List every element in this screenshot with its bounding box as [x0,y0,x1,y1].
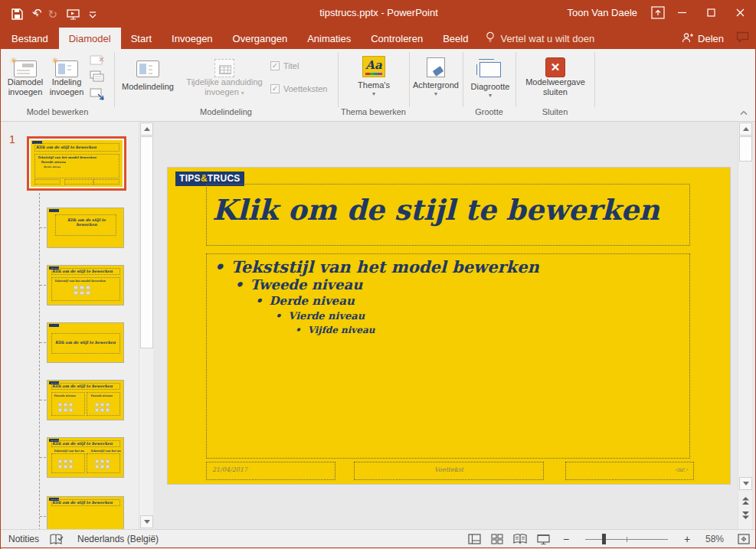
tab-controleren[interactable]: Controleren [361,28,433,49]
close-master-view-label-1: Modelweergave [525,77,585,87]
fit-to-window-icon[interactable] [731,530,756,548]
close-button[interactable] [723,0,756,25]
slide-sorter-view-icon[interactable] [486,530,509,548]
zoom-slider-thumb[interactable] [602,534,606,544]
ribbon-display-options-icon[interactable] [651,6,665,22]
slide-editing-canvas[interactable]: TIPS&TRUCS Klik om de stijl te bewerken … [168,168,730,484]
title-checkbox-label: Titel [283,61,299,70]
group-label-edit-theme: Thema bewerken [338,107,409,119]
slide-size-button[interactable]: Diagrootte ▾ [465,51,515,106]
themes-label: Thema's [358,80,390,90]
slide-master-thumbnail[interactable]: Klik om de stijl te bewerken Tekststijl … [27,136,126,191]
group-label-size: Grootte [463,107,515,119]
insert-layout-icon: ✳ [55,51,78,77]
date-placeholder-text: 21/04/2017 [212,466,247,473]
reading-view-icon[interactable] [509,530,532,548]
insert-slide-master-button[interactable]: ✳ Diamodel invoegen [5,51,45,106]
master-layout-button[interactable]: Modelindeling [117,51,178,106]
share-person-icon [682,32,693,45]
footer-placeholder-text: Voettekst [354,466,544,473]
slide-size-label: Diagrootte [471,82,510,92]
insert-slide-master-icon: ✳ [14,51,37,77]
zoom-out-button[interactable]: − [555,530,578,548]
canvas-scroll-up-icon[interactable] [739,123,752,136]
tell-me-box[interactable]: Vertel wat u wilt doen [478,28,602,49]
slidenumber-placeholder-text: ‹nr.› [565,466,688,473]
slide-number: 1 [9,133,15,145]
themes-button[interactable]: Aa Thema's ▾ [349,51,398,106]
insert-layout-button[interactable]: ✳ Indeling invoegen [47,51,87,106]
bullet-level-2[interactable]: •Tweede niveau [234,276,362,292]
slide-size-icon [479,51,501,77]
thumbnail-scrollbar-thumb[interactable] [140,136,153,348]
tell-me-label: Vertel wat u wilt doen [500,33,594,44]
feedback-bubble-icon[interactable] [736,31,749,45]
layout-thumbnail-two-content[interactable]: Klik om de stijl te bewerken Tweede nive… [47,380,124,420]
themes-icon: Aa [362,51,385,77]
title-checkbox-box: ✓ [270,61,280,70]
footers-checkbox-box: ✓ [270,84,280,93]
tab-start[interactable]: Start [121,28,162,49]
previous-slide-icon[interactable] [739,495,752,506]
close-master-view-icon: ✕ [545,51,565,77]
ribbon-tab-row: Bestand Diamodel Start Invoegen Overgang… [1,28,756,49]
tab-diamodel[interactable]: Diamodel [59,28,121,49]
insert-layout-label: Indeling invoegen [44,77,89,97]
thumbnail-scroll-up-icon[interactable] [140,123,153,136]
bullet-level-3[interactable]: •Derde niveau [255,294,355,308]
slide-title-text[interactable]: Klik om de stijl te bewerken [212,193,659,227]
close-master-view-button[interactable]: ✕ Modelweergave sluiten [519,51,592,106]
zoom-percentage[interactable]: 58% [699,530,731,548]
collapse-ribbon-icon[interactable] [740,109,748,117]
insert-slide-master-label: Diamodel invoegen [2,77,48,97]
layout-thumbnail-section[interactable]: Klik om de stijl te bewerken [47,322,124,363]
close-master-view-label-2: sluiten [543,87,568,97]
account-name[interactable]: Toon Van Daele [567,7,637,18]
slide-thumbnail-panel: 1 Klik om de stijl te bewerken Tekststij… [1,122,153,529]
layout-thumbnail-title-only[interactable]: Klik om de stijl te bewerken [47,496,124,529]
footers-checkbox-label: Voetteksten [283,84,328,93]
tab-overgangen[interactable]: Overgangen [223,28,298,49]
rename-slide-icon[interactable] [90,70,105,83]
master-layout-icon [136,51,159,77]
language-button[interactable]: Nederlands (België) [77,530,159,548]
insert-placeholder-label-2: invoegen ▾ [205,87,244,97]
notes-button[interactable]: Notities [8,530,39,548]
background-icon [427,51,445,77]
bullet-level-5[interactable]: •Vijfde niveau [295,325,375,335]
lightbulb-icon [486,31,495,45]
group-label-master-layout: Modelindeling [114,107,338,119]
share-button[interactable]: Delen [682,32,724,45]
window-title: tipstrucs.pptx - PowerPoint [1,7,756,18]
group-label-edit-master: Model bewerken [1,107,114,119]
delete-slide-icon [90,54,105,67]
normal-view-icon[interactable] [463,530,486,548]
zoom-slider[interactable] [578,530,676,548]
tab-invoegen[interactable]: Invoegen [162,28,223,49]
tab-animaties[interactable]: Animaties [297,28,361,49]
preserve-master-icon[interactable] [90,87,105,100]
background-button[interactable]: Achtergrond ▾ [409,51,463,106]
tab-beeld[interactable]: Beeld [433,28,478,49]
next-slide-icon[interactable] [739,509,752,521]
layout-thumbnail-title-slide[interactable]: Klik om de stijl te bewerken [47,208,124,248]
canvas-scrollbar-thumb[interactable] [739,136,752,162]
insert-placeholder-icon [214,51,234,77]
title-bar: ↶▾ ↻ tipstrucs.pptx - PowerPoint Toon Va… [1,0,756,28]
footers-checkbox: ✓ Voetteksten [270,84,328,93]
insert-placeholder-label-1: Tijdelijke aanduiding [186,77,262,87]
bullet-level-1[interactable]: •Tekststijl van het model bewerken [214,257,539,276]
zoom-in-button[interactable]: + [676,530,699,548]
thumbnail-scroll-down-icon[interactable] [140,515,153,528]
thumbnail-scrollbar[interactable] [139,122,153,529]
title-checkbox: ✓ Titel [270,61,299,70]
proofing-icon[interactable] [50,530,64,548]
tab-bestand[interactable]: Bestand [1,28,59,49]
bullet-level-4[interactable]: •Vierde niveau [275,310,365,322]
ribbon: ✳ Diamodel invoegen ✳ Indeling invoegen … [1,49,756,122]
canvas-scroll-down-icon[interactable] [739,477,752,490]
layout-thumbnail-comparison[interactable]: Klik om de stijl te bewerken Tekststijl … [47,437,124,478]
slideshow-view-icon[interactable] [532,530,555,548]
canvas-scrollbar[interactable] [738,122,752,529]
layout-thumbnail-title-content[interactable]: Klik om de stijl te bewerken Tekststijl … [47,265,124,306]
